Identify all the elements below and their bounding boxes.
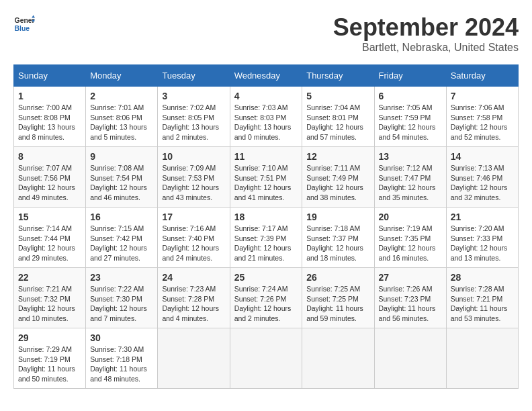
- calendar-cell: 3Sunrise: 7:02 AM Sunset: 8:05 PM Daylig…: [158, 87, 230, 147]
- day-info: Sunrise: 7:18 AM Sunset: 7:37 PM Dayligh…: [306, 224, 369, 263]
- calendar-cell: 2Sunrise: 7:01 AM Sunset: 8:06 PM Daylig…: [86, 87, 158, 147]
- calendar-cell: 1Sunrise: 7:00 AM Sunset: 8:08 PM Daylig…: [14, 87, 86, 147]
- day-info: Sunrise: 7:20 AM Sunset: 7:33 PM Dayligh…: [451, 224, 514, 263]
- calendar-table: SundayMondayTuesdayWednesdayThursdayFrid…: [13, 64, 519, 389]
- day-number: 17: [162, 212, 225, 222]
- day-number: 25: [234, 272, 298, 283]
- day-info: Sunrise: 7:15 AM Sunset: 7:42 PM Dayligh…: [90, 224, 153, 263]
- day-info: Sunrise: 7:16 AM Sunset: 7:40 PM Dayligh…: [162, 224, 225, 263]
- day-info: Sunrise: 7:11 AM Sunset: 7:49 PM Dayligh…: [306, 163, 369, 203]
- svg-text:Blue: Blue: [15, 25, 30, 32]
- calendar-cell: 25Sunrise: 7:24 AM Sunset: 7:26 PM Dayli…: [230, 268, 302, 328]
- day-info: Sunrise: 7:06 AM Sunset: 7:58 PM Dayligh…: [451, 103, 514, 142]
- day-number: 29: [18, 332, 81, 343]
- day-info: Sunrise: 7:19 AM Sunset: 7:35 PM Dayligh…: [379, 224, 442, 263]
- day-number: 10: [162, 151, 225, 162]
- day-number: 13: [379, 151, 442, 162]
- calendar-cell: 6Sunrise: 7:05 AM Sunset: 7:59 PM Daylig…: [374, 87, 446, 147]
- calendar-week-row: 22Sunrise: 7:21 AM Sunset: 7:32 PM Dayli…: [14, 268, 519, 328]
- weekday-header-wednesday: Wednesday: [230, 65, 302, 87]
- day-info: Sunrise: 7:03 AM Sunset: 8:03 PM Dayligh…: [234, 103, 298, 142]
- calendar-cell: 24Sunrise: 7:23 AM Sunset: 7:28 PM Dayli…: [158, 268, 230, 328]
- day-number: 23: [90, 272, 153, 283]
- day-info: Sunrise: 7:26 AM Sunset: 7:23 PM Dayligh…: [379, 284, 442, 324]
- day-number: 5: [306, 91, 369, 101]
- calendar-cell: 19Sunrise: 7:18 AM Sunset: 7:37 PM Dayli…: [302, 208, 374, 268]
- calendar-cell: 14Sunrise: 7:13 AM Sunset: 7:46 PM Dayli…: [446, 147, 518, 208]
- calendar-cell: [446, 328, 518, 389]
- logo: General Blue: [13, 13, 35, 35]
- day-number: 3: [162, 91, 225, 101]
- day-number: 21: [451, 212, 514, 222]
- day-info: Sunrise: 7:01 AM Sunset: 8:06 PM Dayligh…: [90, 103, 153, 142]
- day-number: 18: [234, 212, 298, 222]
- day-info: Sunrise: 7:02 AM Sunset: 8:05 PM Dayligh…: [162, 103, 225, 142]
- calendar-cell: 30Sunrise: 7:30 AM Sunset: 7:18 PM Dayli…: [86, 328, 158, 389]
- day-info: Sunrise: 7:10 AM Sunset: 7:51 PM Dayligh…: [234, 163, 298, 203]
- weekday-header-tuesday: Tuesday: [158, 65, 230, 87]
- weekday-header-friday: Friday: [374, 65, 446, 87]
- calendar-week-row: 8Sunrise: 7:07 AM Sunset: 7:56 PM Daylig…: [14, 147, 519, 208]
- day-info: Sunrise: 7:12 AM Sunset: 7:47 PM Dayligh…: [379, 163, 442, 203]
- day-info: Sunrise: 7:00 AM Sunset: 8:08 PM Dayligh…: [18, 103, 81, 142]
- month-year-title: September 2024: [333, 13, 519, 42]
- calendar-cell: 18Sunrise: 7:17 AM Sunset: 7:39 PM Dayli…: [230, 208, 302, 268]
- day-info: Sunrise: 7:28 AM Sunset: 7:21 PM Dayligh…: [451, 284, 514, 324]
- logo-icon: General Blue: [13, 13, 35, 35]
- calendar-cell: 12Sunrise: 7:11 AM Sunset: 7:49 PM Dayli…: [302, 147, 374, 208]
- calendar-cell: 22Sunrise: 7:21 AM Sunset: 7:32 PM Dayli…: [14, 268, 86, 328]
- day-number: 2: [90, 91, 153, 101]
- location-subtitle: Bartlett, Nebraska, United States: [333, 42, 519, 54]
- calendar-cell: 10Sunrise: 7:09 AM Sunset: 7:53 PM Dayli…: [158, 147, 230, 208]
- day-info: Sunrise: 7:29 AM Sunset: 7:19 PM Dayligh…: [18, 345, 81, 384]
- day-info: Sunrise: 7:08 AM Sunset: 7:54 PM Dayligh…: [90, 163, 153, 203]
- calendar-cell: 8Sunrise: 7:07 AM Sunset: 7:56 PM Daylig…: [14, 147, 86, 208]
- calendar-cell: 16Sunrise: 7:15 AM Sunset: 7:42 PM Dayli…: [86, 208, 158, 268]
- day-number: 8: [18, 151, 81, 162]
- calendar-cell: [158, 328, 230, 389]
- calendar-cell: 26Sunrise: 7:25 AM Sunset: 7:25 PM Dayli…: [302, 268, 374, 328]
- day-number: 9: [90, 151, 153, 162]
- day-number: 22: [18, 272, 81, 283]
- day-info: Sunrise: 7:07 AM Sunset: 7:56 PM Dayligh…: [18, 163, 81, 203]
- day-info: Sunrise: 7:25 AM Sunset: 7:25 PM Dayligh…: [306, 284, 369, 324]
- day-number: 1: [18, 91, 81, 101]
- day-number: 24: [162, 272, 225, 283]
- day-number: 14: [451, 151, 514, 162]
- day-info: Sunrise: 7:09 AM Sunset: 7:53 PM Dayligh…: [162, 163, 225, 203]
- day-number: 12: [306, 151, 369, 162]
- calendar-cell: 4Sunrise: 7:03 AM Sunset: 8:03 PM Daylig…: [230, 87, 302, 147]
- title-area: September 2024 Bartlett, Nebraska, Unite…: [333, 13, 519, 54]
- day-number: 28: [451, 272, 514, 283]
- day-info: Sunrise: 7:04 AM Sunset: 8:01 PM Dayligh…: [306, 103, 369, 142]
- day-info: Sunrise: 7:24 AM Sunset: 7:26 PM Dayligh…: [234, 284, 298, 324]
- calendar-cell: 11Sunrise: 7:10 AM Sunset: 7:51 PM Dayli…: [230, 147, 302, 208]
- calendar-cell: [302, 328, 374, 389]
- svg-marker-2: [32, 15, 35, 17]
- calendar-cell: 9Sunrise: 7:08 AM Sunset: 7:54 PM Daylig…: [86, 147, 158, 208]
- weekday-header-saturday: Saturday: [446, 65, 518, 87]
- day-number: 4: [234, 91, 298, 101]
- calendar-cell: 5Sunrise: 7:04 AM Sunset: 8:01 PM Daylig…: [302, 87, 374, 147]
- calendar-cell: 29Sunrise: 7:29 AM Sunset: 7:19 PM Dayli…: [14, 328, 86, 389]
- day-number: 15: [18, 212, 81, 222]
- weekday-header-sunday: Sunday: [14, 65, 86, 87]
- day-info: Sunrise: 7:05 AM Sunset: 7:59 PM Dayligh…: [379, 103, 442, 142]
- calendar-cell: [374, 328, 446, 389]
- calendar-week-row: 1Sunrise: 7:00 AM Sunset: 8:08 PM Daylig…: [14, 87, 519, 147]
- day-info: Sunrise: 7:14 AM Sunset: 7:44 PM Dayligh…: [18, 224, 81, 263]
- calendar-cell: 23Sunrise: 7:22 AM Sunset: 7:30 PM Dayli…: [86, 268, 158, 328]
- svg-text:General: General: [15, 17, 35, 24]
- day-number: 16: [90, 212, 153, 222]
- day-info: Sunrise: 7:21 AM Sunset: 7:32 PM Dayligh…: [18, 284, 81, 324]
- day-number: 11: [234, 151, 298, 162]
- day-info: Sunrise: 7:23 AM Sunset: 7:28 PM Dayligh…: [162, 284, 225, 324]
- calendar-cell: 28Sunrise: 7:28 AM Sunset: 7:21 PM Dayli…: [446, 268, 518, 328]
- calendar-cell: 21Sunrise: 7:20 AM Sunset: 7:33 PM Dayli…: [446, 208, 518, 268]
- day-number: 6: [379, 91, 442, 101]
- calendar-cell: 17Sunrise: 7:16 AM Sunset: 7:40 PM Dayli…: [158, 208, 230, 268]
- day-info: Sunrise: 7:30 AM Sunset: 7:18 PM Dayligh…: [90, 345, 153, 384]
- calendar-cell: 20Sunrise: 7:19 AM Sunset: 7:35 PM Dayli…: [374, 208, 446, 268]
- day-info: Sunrise: 7:13 AM Sunset: 7:46 PM Dayligh…: [451, 163, 514, 203]
- calendar-cell: 15Sunrise: 7:14 AM Sunset: 7:44 PM Dayli…: [14, 208, 86, 268]
